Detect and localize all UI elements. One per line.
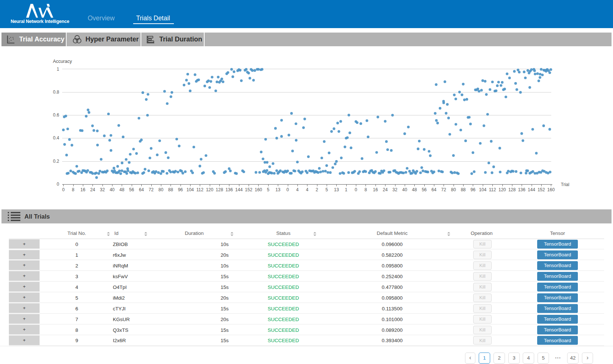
svg-text:160: 160 <box>547 187 555 192</box>
svg-text:1: 1 <box>345 187 347 192</box>
svg-text:64: 64 <box>139 187 144 192</box>
svg-text:120: 120 <box>498 187 506 192</box>
svg-text:0.4: 0.4 <box>53 135 59 141</box>
svg-text:40: 40 <box>110 187 115 192</box>
svg-text:88: 88 <box>461 187 466 192</box>
svg-text:16: 16 <box>373 187 378 192</box>
svg-text:104: 104 <box>479 187 486 192</box>
svg-text:128: 128 <box>508 187 516 192</box>
svg-text:128: 128 <box>216 187 223 192</box>
svg-text:0: 0 <box>57 182 59 187</box>
svg-text:112: 112 <box>489 187 496 192</box>
svg-text:144: 144 <box>235 187 243 192</box>
svg-text:152: 152 <box>245 187 252 192</box>
svg-text:0: 0 <box>355 187 357 192</box>
svg-text:136: 136 <box>518 187 525 192</box>
svg-text:4: 4 <box>296 187 299 192</box>
svg-text:40: 40 <box>402 187 407 192</box>
svg-text:72: 72 <box>441 187 447 192</box>
svg-text:96: 96 <box>178 187 183 192</box>
svg-text:80: 80 <box>158 187 164 192</box>
svg-text:Trial: Trial <box>561 182 569 187</box>
svg-text:104: 104 <box>186 187 194 192</box>
svg-text:136: 136 <box>225 187 233 192</box>
svg-text:24: 24 <box>90 187 95 192</box>
svg-text:0: 0 <box>62 187 65 192</box>
svg-text:8: 8 <box>72 187 74 192</box>
svg-text:0: 0 <box>286 187 289 192</box>
svg-text:152: 152 <box>538 187 545 192</box>
svg-text:32: 32 <box>100 187 105 192</box>
svg-text:80: 80 <box>451 187 456 192</box>
svg-text:0.2: 0.2 <box>53 159 59 164</box>
svg-text:48: 48 <box>119 187 125 192</box>
svg-text:32: 32 <box>393 187 398 192</box>
svg-text:5: 5 <box>326 187 328 192</box>
svg-text:96: 96 <box>471 187 476 192</box>
svg-text:16: 16 <box>80 187 85 192</box>
svg-text:56: 56 <box>129 187 134 192</box>
svg-text:2: 2 <box>316 187 318 192</box>
svg-text:88: 88 <box>168 187 174 192</box>
svg-text:56: 56 <box>422 187 427 192</box>
svg-text:0.8: 0.8 <box>53 90 59 95</box>
svg-text:48: 48 <box>412 187 417 192</box>
svg-text:1: 1 <box>57 67 59 72</box>
svg-text:160: 160 <box>255 187 262 192</box>
svg-text:13: 13 <box>276 187 281 192</box>
svg-text:64: 64 <box>431 187 437 192</box>
svg-text:144: 144 <box>528 187 535 192</box>
svg-text:72: 72 <box>149 187 154 192</box>
svg-text:8: 8 <box>364 187 367 192</box>
svg-text:Accuracy: Accuracy <box>53 59 72 64</box>
svg-text:24: 24 <box>383 187 388 192</box>
svg-text:0.6: 0.6 <box>53 112 59 118</box>
svg-text:5: 5 <box>267 187 270 192</box>
svg-text:112: 112 <box>196 187 203 192</box>
svg-text:4: 4 <box>306 187 309 192</box>
svg-text:120: 120 <box>206 187 213 192</box>
svg-text:13: 13 <box>334 187 339 192</box>
